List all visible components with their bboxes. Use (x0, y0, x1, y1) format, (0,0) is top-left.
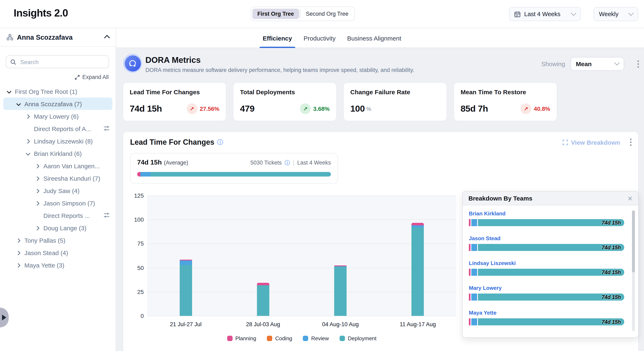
breakdown-stacked-bar: 74d 15h (469, 244, 624, 251)
breakdown-value: 74d 15h (478, 318, 624, 325)
breakdown-team-link[interactable]: Mary Lowery (469, 285, 624, 291)
chevron-right-icon[interactable] (16, 238, 21, 242)
tree-item[interactable]: Mary Lowery (6) (3, 110, 112, 122)
chevron-down-icon[interactable] (6, 89, 11, 94)
tab-productivity[interactable]: Productivity (303, 28, 336, 48)
chevron-right-icon[interactable] (35, 188, 40, 193)
x-axis-label: 28 Jul-03 Aug (234, 321, 292, 327)
breakdown-row: Maya Yette74d 15h (469, 310, 624, 325)
tree-item[interactable]: Tony Pallas (5) (3, 234, 112, 246)
metric-card: Mean Time To Restore85d 7h↗40.8% (454, 82, 557, 121)
tree-item[interactable]: First Org Tree Root (1) (3, 85, 112, 98)
info-icon[interactable]: ⓘ (217, 138, 223, 146)
tree-item[interactable]: Lindsay Liszewski (8) (3, 135, 112, 147)
metric-card-delta-value: 27.56% (200, 105, 219, 112)
breakdown-value: 74d 15h (478, 269, 624, 276)
toggle-first-org-tree[interactable]: First Org Tree (252, 9, 299, 19)
stacked-bar[interactable] (180, 196, 192, 316)
breakdown-team-link[interactable]: Lindsay Liszewski (469, 260, 624, 266)
breakdown-value: 74d 15h (478, 219, 624, 226)
legend-swatch (267, 336, 272, 341)
insights-app: Insights 2.0 First Org Tree Second Org T… (0, 0, 644, 351)
lead-time-kebab-menu[interactable] (629, 138, 632, 147)
breakdown-team-link[interactable]: Maya Yette (469, 310, 624, 316)
average-summary-card: 74d 15h (Average) 5030 Tickets ⓘ | Last … (130, 153, 338, 184)
average-label: (Average) (164, 160, 188, 166)
tickets-info-icon[interactable]: ⓘ (284, 159, 290, 166)
chevron-right-icon[interactable] (35, 164, 40, 168)
stacked-bar[interactable] (412, 196, 424, 316)
scrollbar-track[interactable] (632, 210, 635, 331)
tab-business-alignment[interactable]: Business Alignment (346, 28, 402, 48)
chevron-down-icon[interactable] (26, 151, 30, 156)
metric-card-value: 74d 15h (130, 104, 162, 114)
tree-item[interactable]: Brian Kirkland (6) (3, 147, 112, 160)
tree-item[interactable]: Anna Scozzafava (7) (3, 98, 112, 110)
tree-item[interactable]: Judy Saw (4) (3, 184, 112, 197)
main-area: EfficiencyProductivityBusiness Alignment… (116, 28, 644, 351)
close-icon[interactable]: × (628, 194, 632, 202)
date-range-dropdown[interactable]: Last 4 Weeks (509, 7, 581, 21)
breakdown-segment-review (471, 219, 477, 226)
granularity-dropdown[interactable]: Weekly (594, 7, 638, 21)
metric-card: Total Deployments479↗3.68% (233, 82, 337, 121)
tab-efficiency[interactable]: Efficiency (262, 28, 293, 48)
tree-item[interactable]: Direct Reports ... (3, 209, 112, 222)
tree-item[interactable]: Doug Lange (3) (3, 222, 112, 234)
expand-corners-icon (562, 140, 568, 145)
collapse-sidebar-chevron-up-icon[interactable] (104, 35, 110, 41)
legend-label: Review (311, 335, 329, 341)
lead-time-title-text: Lead Time For Changes (130, 138, 214, 147)
chevron-right-icon[interactable] (35, 225, 40, 230)
filter-sliders-icon[interactable] (103, 126, 110, 132)
tree-item[interactable]: Jason Simpson (7) (3, 197, 112, 209)
aggregation-dropdown[interactable]: Mean (570, 57, 624, 71)
view-breakdown-label: View Breakdown (571, 139, 620, 146)
bar-segment-deployment (180, 265, 192, 316)
expand-all-button[interactable]: Expand All (75, 74, 109, 80)
legend-swatch (227, 336, 232, 341)
avg-bar-segment-planning (137, 172, 141, 176)
trend-up-arrow-icon: ↗ (300, 103, 311, 114)
tree-item[interactable]: Maya Yette (3) (3, 259, 112, 271)
sidebar-search[interactable] (6, 55, 109, 68)
breakdown-team-link[interactable]: Jason Stead (469, 235, 624, 241)
chevron-down-icon[interactable] (16, 102, 21, 106)
average-value: 74d 15h (137, 159, 162, 166)
calendar-icon (514, 11, 520, 17)
breakdown-team-link[interactable]: Brian Kirkland (469, 210, 624, 217)
breakdown-by-teams-panel: Breakdown By Teams × Brian Kirkland74d 1… (462, 191, 639, 338)
chevron-right-icon[interactable] (35, 201, 40, 205)
tree-item[interactable]: Direct Reports of A... (3, 122, 112, 135)
tree-item[interactable]: Aaron Van Langen... (3, 160, 112, 172)
dora-kebab-menu[interactable] (636, 60, 640, 69)
bar-segment-planning (180, 260, 192, 261)
breakdown-segment-planning (469, 269, 470, 276)
filter-sliders-icon[interactable] (103, 212, 110, 218)
view-breakdown-button[interactable]: View Breakdown (562, 139, 620, 146)
search-input[interactable] (20, 58, 104, 66)
breakdown-segment-review (471, 269, 477, 276)
breakdown-segment-review (471, 293, 477, 300)
stacked-bar[interactable] (257, 196, 269, 316)
metric-card-value: 85d 7h (460, 104, 488, 114)
tree-item-label: Direct Reports ... (43, 212, 103, 219)
toggle-second-org-tree[interactable]: Second Org Tree (301, 9, 354, 19)
bar-segment-review (412, 225, 424, 227)
avg-bar-segment-review (141, 172, 150, 176)
chevron-down-icon (628, 10, 634, 16)
chevron-right-icon[interactable] (26, 139, 30, 143)
scrollbar-thumb[interactable] (632, 210, 635, 272)
tree-item-label: Judy Saw (4) (43, 187, 112, 194)
chevron-right-icon[interactable] (16, 250, 21, 255)
breakdown-stacked-bar: 74d 15h (469, 293, 624, 300)
breakdown-stacked-bar: 74d 15h (469, 318, 624, 325)
tree-item[interactable]: Sireesha Kunduri (7) (3, 172, 112, 184)
tree-item[interactable]: Jason Stead (4) (3, 246, 112, 259)
chevron-right-icon[interactable] (16, 263, 21, 267)
chevron-right-icon[interactable] (35, 176, 40, 180)
stacked-bar[interactable] (334, 196, 346, 316)
metric-card-value: 100 (350, 104, 365, 114)
chevron-right-icon[interactable] (26, 114, 30, 118)
breakdown-row: Jason Stead74d 15h (469, 235, 624, 251)
